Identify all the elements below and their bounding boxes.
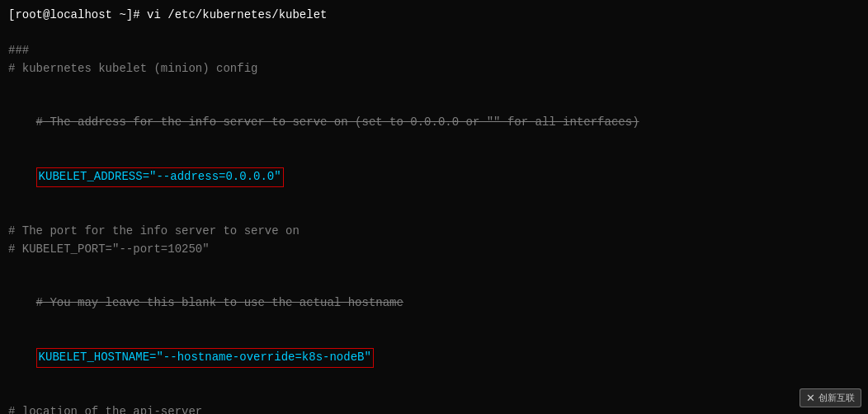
blank-line-1 <box>8 25 860 43</box>
prompt-line: [root@localhost ~]# vi /etc/kubernetes/k… <box>8 7 860 25</box>
comment-api: # location of the api-server <box>8 403 860 414</box>
comment-port2: # KUBELET_PORT="--port=10250" <box>8 241 860 259</box>
blank-line-2 <box>8 78 860 96</box>
blank-line-5 <box>8 385 860 403</box>
comment-port1: # The port for the info server to serve … <box>8 223 860 241</box>
kubelet-address-box: KUBELET_ADDRESS="--address=0.0.0.0" <box>36 167 284 187</box>
comment-hash: ### <box>8 42 860 60</box>
blank-line-3 <box>8 205 860 223</box>
watermark-icon: ✕ <box>806 392 815 404</box>
kubelet-hostname-line: KUBELET_HOSTNAME="--hostname-override=k8… <box>8 330 860 385</box>
comment-address-text: # The address for the info server to ser… <box>36 115 639 129</box>
watermark-text: 创新互联 <box>818 392 855 404</box>
comment-config: # kubernetes kubelet (minion) config <box>8 60 860 78</box>
terminal-window: [root@localhost ~]# vi /etc/kubernetes/k… <box>0 0 868 414</box>
watermark: ✕ 创新互联 <box>800 388 861 407</box>
comment-hostname-strike: # You may leave this blank to use the ac… <box>8 276 860 330</box>
comment-hostname-text: # You may leave this blank to use the ac… <box>36 296 403 309</box>
comment-address-strike: # The address for the info server to ser… <box>8 96 860 149</box>
kubelet-hostname-box: KUBELET_HOSTNAME="--hostname-override=k8… <box>36 348 374 368</box>
kubelet-address-line: KUBELET_ADDRESS="--address=0.0.0.0" <box>8 150 860 205</box>
blank-line-4 <box>8 259 860 277</box>
